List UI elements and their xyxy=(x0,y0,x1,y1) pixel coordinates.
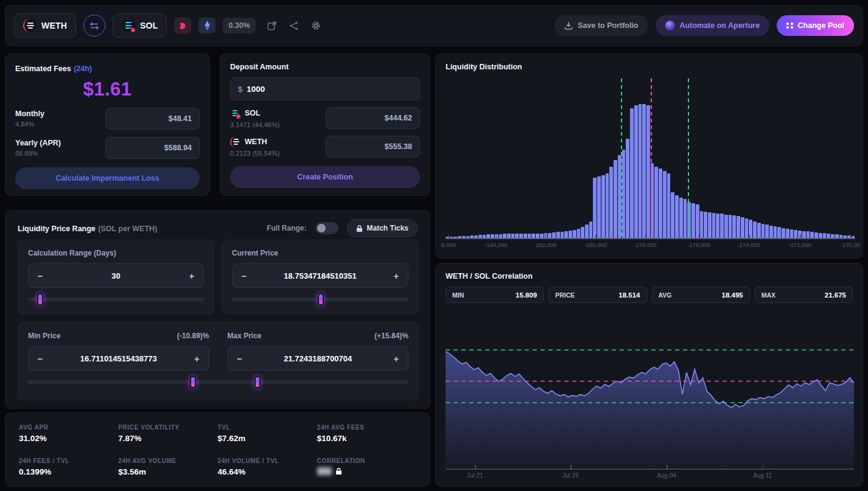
deposit-amount-field[interactable]: $ xyxy=(230,77,420,100)
dist-bar xyxy=(630,108,634,238)
dist-bar xyxy=(646,105,650,238)
dist-bar xyxy=(774,226,777,238)
max-price-value[interactable]: 21.7243188700704 xyxy=(251,354,385,363)
x-axis-tick xyxy=(645,235,646,239)
x-axis-label: Aug 04 xyxy=(657,472,676,479)
x-axis-tick xyxy=(496,235,497,239)
x-axis-label: Jul 21 xyxy=(467,472,483,479)
monthly-pct: 4.84% xyxy=(15,120,44,128)
dist-bar xyxy=(585,225,589,238)
ethereum-network-badge[interactable] xyxy=(198,18,215,33)
price-range-slider[interactable] xyxy=(28,380,408,384)
estimated-fees-panel: Estimated Fees (24h) $1.61 Monthly 4.84%… xyxy=(5,54,210,196)
dist-bar xyxy=(827,234,830,238)
dist-bar xyxy=(691,203,695,238)
correlation-price-box: PRICE 18.514 xyxy=(548,287,646,303)
x-axis-tick xyxy=(595,235,597,239)
full-range-toggle[interactable] xyxy=(315,222,338,234)
dist-bar xyxy=(777,227,781,238)
min-price-slider-thumb[interactable] xyxy=(190,376,196,388)
change-pool-label: Change Pool xyxy=(798,21,844,30)
current-price-stepper: − 18.75347184510351 + xyxy=(232,263,408,288)
save-to-portfolio-button[interactable]: Save to Portfolio xyxy=(555,15,648,36)
x-axis-label: -174,000 xyxy=(737,242,760,248)
correlation-panel: WETH / SOL Correlation MIN 15.809 PRICE … xyxy=(435,263,863,487)
weth-token-icon-small xyxy=(230,137,240,147)
dist-bar xyxy=(819,233,822,238)
max-price-slider-thumb[interactable] xyxy=(254,376,261,388)
correlation-title: WETH / SOL Correlation xyxy=(446,272,853,280)
calc-range-slider-thumb[interactable] xyxy=(37,293,43,305)
price-range-subtitle: (SOL per WETH) xyxy=(98,225,157,233)
current-price-card: Current Price − 18.75347184510351 + xyxy=(222,240,419,314)
stat-tvl: TVL $7.62m xyxy=(218,424,317,443)
automate-on-aperture-button[interactable]: Automate on Aperture xyxy=(656,15,770,36)
calc-range-value[interactable]: 30 xyxy=(52,271,180,280)
sol-row-symbol: SOL xyxy=(245,109,261,117)
ethereum-icon xyxy=(204,21,211,30)
calc-range-decrement-button[interactable]: − xyxy=(29,271,52,281)
x-axis-label: -184,000 xyxy=(485,242,508,248)
max-price-increment-button[interactable]: + xyxy=(385,353,408,364)
dist-bar xyxy=(573,230,576,238)
calculate-impermanent-loss-button[interactable]: Calculate Impermanent Loss xyxy=(15,167,200,189)
dist-bar xyxy=(515,234,519,238)
calculation-range-card: Calculation Range (Days) − 30 + xyxy=(18,240,214,314)
current-price-slider[interactable] xyxy=(232,298,408,301)
x-axis-tick xyxy=(699,235,700,239)
current-price-slider-thumb[interactable] xyxy=(318,293,324,305)
min-price-increment-button[interactable]: + xyxy=(186,353,209,364)
lock-icon xyxy=(335,467,342,475)
external-link-icon[interactable] xyxy=(267,20,278,31)
toggle-knob xyxy=(317,224,326,232)
estimated-fees-title: Estimated Fees xyxy=(15,64,71,73)
settings-gear-icon[interactable] xyxy=(310,20,321,31)
correlation-max-box: MAX 21.675 xyxy=(755,287,853,303)
liquidity-price-range-panel: Liquidity Price Range (SOL per WETH) Ful… xyxy=(5,210,430,409)
full-range-label: Full Range: xyxy=(267,224,306,232)
token-weth-label: WETH xyxy=(41,21,67,30)
x-axis-label: Aug 11 xyxy=(753,472,772,479)
stat-price-volatility: PRICE VOLATILITY 7.87% xyxy=(118,424,217,443)
swap-arrows-icon xyxy=(89,22,99,30)
token-weth-chip[interactable]: WETH xyxy=(14,13,76,38)
dist-bar xyxy=(679,198,683,238)
calc-range-slider[interactable] xyxy=(28,298,204,301)
match-ticks-button[interactable]: Match Ticks xyxy=(347,219,418,237)
dist-bar xyxy=(790,229,794,238)
dist-bar xyxy=(552,232,556,238)
deposit-amount-input[interactable] xyxy=(247,85,412,94)
share-icon[interactable] xyxy=(289,20,299,31)
deposit-row-weth: WETH 0.2123 (55.54%) $555.38 xyxy=(230,136,420,158)
yearly-fees-value: $588.94 xyxy=(105,137,200,159)
dist-bar xyxy=(634,105,638,238)
dist-bar xyxy=(729,215,732,238)
yearly-label: Yearly (APR) xyxy=(15,139,61,147)
current-price-decrement-button[interactable]: − xyxy=(233,271,256,281)
change-pool-button[interactable]: Change Pool xyxy=(777,15,854,36)
x-axis-tick xyxy=(475,465,476,470)
min-price-decrement-button[interactable]: − xyxy=(29,353,52,364)
min-price-value[interactable]: 16.711014515438773 xyxy=(52,354,186,363)
current-price-marker xyxy=(651,78,652,238)
x-axis-label: Jul 28 xyxy=(562,472,579,479)
deposit-panel: Deposit Amount $ SOL 3.1471 (44.46%) $44… xyxy=(220,54,430,196)
token-sol-chip[interactable]: SOL xyxy=(113,13,167,38)
x-axis-tick xyxy=(667,465,668,470)
max-price-pct: (+15.84)% xyxy=(374,332,408,340)
monthly-fees-value: $48.41 xyxy=(105,108,200,130)
max-price-decrement-button[interactable]: − xyxy=(228,353,251,364)
uniswap-protocol-badge[interactable] xyxy=(174,18,191,33)
weth-row-value[interactable]: $555.38 xyxy=(326,136,420,158)
stat-24h-fees-tvl: 24H FEES / TVL 0.1399% xyxy=(19,458,118,476)
dist-bar xyxy=(753,221,757,239)
current-price-increment-button[interactable]: + xyxy=(385,271,408,281)
sol-row-value[interactable]: $444.62 xyxy=(326,107,420,129)
dist-bar xyxy=(757,223,761,238)
create-position-button[interactable]: Create Position xyxy=(230,166,420,188)
dist-bar xyxy=(769,226,773,238)
calc-range-increment-button[interactable]: + xyxy=(180,271,203,281)
swap-tokens-button[interactable] xyxy=(83,15,105,37)
current-price-value[interactable]: 18.75347184510351 xyxy=(256,271,385,280)
fee-tier-badge: 0.30% xyxy=(223,18,255,33)
